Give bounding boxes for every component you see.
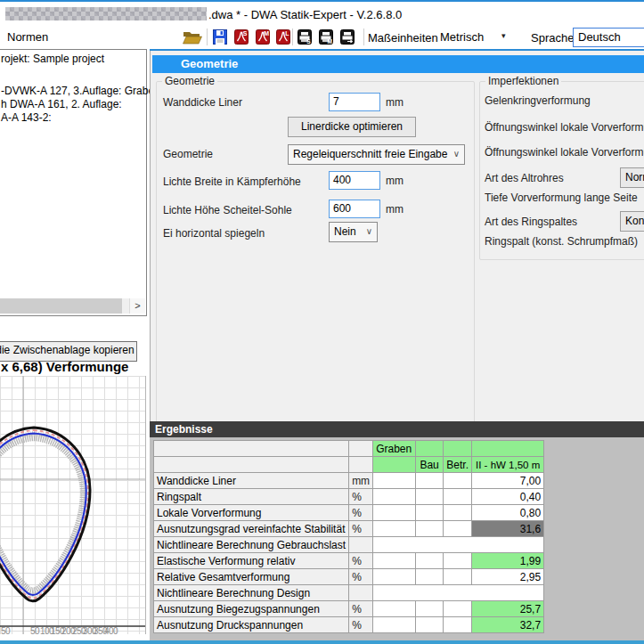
toolbar-separator [207,29,208,45]
row-unit [349,537,373,553]
altrohr-dropdown[interactable]: Norm [620,167,644,188]
chevron-down-icon[interactable]: ▾ [501,31,506,40]
breite-input[interactable]: 400 [329,171,380,190]
gelenkring-label: Gelenkringverformung [485,94,591,107]
print-s-icon[interactable]: S [297,29,312,45]
tree-item-project[interactable]: rojekt: Sample project [1,53,104,65]
menu-normen[interactable]: Normen [7,30,48,44]
print-s-letter: S [306,37,311,44]
cell-empty [373,585,544,601]
ringspalt-art-label: Art des Ringspaltes [485,216,577,228]
header-empty [154,441,349,457]
cell-empty [444,601,472,617]
row-unit: % [349,489,373,505]
x-tick: 50 [30,626,39,636]
save-icon[interactable] [212,29,227,45]
table-header-row-2: Bau Betr. II - hW 1,50 m [154,457,544,473]
print-direct-icon[interactable] [339,29,355,45]
tree-item-norm-3[interactable]: A-A 143-2: [1,111,52,124]
cell-empty [416,521,444,537]
title-bar: .dwa * - DWA Statik-Expert - V.2.6.8.0 [0,2,644,25]
spiegeln-label: Ei horizontal spiegeln [163,227,265,240]
table-row: Ausnutzung Druckspannungen % 32,7 [154,617,544,633]
language-label: Sprache [531,31,574,45]
ringspalt-dropdown[interactable]: Kons [620,211,644,232]
col-header-betr: Betr. [444,457,472,473]
x-tick: 400 [104,626,118,636]
open-folder-icon[interactable] [183,29,202,45]
cell-empty [373,505,416,521]
table-section-row: Nichtlineare Berechnung Design [154,585,544,601]
row-value: 7,00 [472,473,544,489]
row-label: Elastische Verformung relativ [154,553,349,569]
header-empty [349,441,373,457]
row-label: Ringspalt [154,489,349,505]
col-header-bau: Bau [416,457,444,473]
table-row: Wanddicke Liner mm 7,00 [154,473,544,489]
cell-empty [416,617,444,633]
row-unit: % [349,569,373,585]
wanddicke-input[interactable]: 7 [329,93,380,111]
row-label: Ausnutzung Biegezugspannungen [154,601,349,617]
print-m-icon[interactable]: M [318,29,333,45]
row-unit [349,585,373,601]
cell-empty [416,505,444,521]
header-empty [416,441,444,457]
header-empty [373,457,416,473]
scroll-right-icon[interactable]: > [129,298,145,314]
scrollbar-thumb[interactable] [0,298,122,314]
table-section-row: Nichtlineare Berechnung Gebrauchslast [154,537,544,553]
pdf-export-l-icon[interactable]: L [275,29,290,45]
geometry-group-label: Geometrie [162,75,217,87]
row-unit: mm [349,473,373,489]
row-value-stability: 31,6 [472,521,544,537]
table-row: Ringspalt % 0,40 [154,489,544,505]
header-empty [444,441,472,457]
row-unit: % [349,617,373,633]
hoehe-input[interactable]: 600 [329,200,380,218]
cell-empty [373,569,416,585]
units-label: Maßeinheiten [368,31,438,45]
hoehe-unit: mm [386,203,404,216]
row-value: 1,99 [472,553,544,569]
breite-label: Lichte Breite in Kämpferhöhe [163,175,301,188]
table-row: Elastische Verformung relativ % 1,99 [154,553,544,569]
tree-item-norm-2[interactable]: h DWA-A 161, 2. Auflage: [1,98,122,110]
cell-empty [444,521,472,537]
row-label: Wanddicke Liner [154,473,349,489]
geometry-panel: Geometrie Geometrie Wanddicke Liner 7 mm… [150,51,644,421]
window-title: .dwa * - DWA Statik-Expert - V.2.6.8.0 [208,8,402,21]
row-value: 25,7 [472,601,544,617]
col-group-graben: Graben [373,441,416,457]
toolbar-separator [363,29,364,45]
spiegeln-dropdown[interactable]: Nein ∨ [329,222,378,242]
section-label: Nichtlineare Berechnung Design [154,585,349,601]
cell-empty [444,569,472,585]
imperfections-group-label: Imperfektionen [485,75,561,87]
row-label: Relative Gesamtverformung [154,569,349,585]
geometrie-dropdown[interactable]: Regeleiquerschnitt freie Eingabe ∨ [288,144,465,165]
oeffnungswinkel-label-1: Öffnungswinkel lokale Vorverformung [485,121,644,134]
project-tree[interactable]: rojekt: Sample project -DVWK-A 127, 3.Au… [0,49,147,316]
geometrie-dropdown-value: Regeleiquerschnitt freie Eingabe [293,148,447,160]
section-label: Nichtlineare Berechnung Gebrauchslast [154,537,349,553]
results-header: Ergebnisse [150,421,644,437]
tree-item-norm-1[interactable]: -DVWK-A 127, 3.Auflage: Graber [1,85,158,97]
table-row: Ausnutzungsgrad vereinfachte Stabilität … [154,521,544,537]
chevron-down-icon: ∨ [366,223,372,240]
cell-empty [444,553,472,569]
panel-header: Geometrie [152,55,644,73]
cell-empty [373,617,416,633]
x-tick: 50 [1,626,10,636]
cell-empty [373,537,544,553]
pdf-export-m-icon[interactable]: M [255,29,270,45]
row-value: 32,7 [472,617,544,633]
language-combo[interactable]: Deutsch [573,28,644,47]
hoehe-label: Lichte Höhe Scheitel-Sohle [163,204,292,216]
pdf-l-letter: L [285,30,289,37]
horizontal-scrollbar[interactable]: > [0,298,144,314]
pdf-s-letter: S [242,30,247,37]
cell-empty [373,601,416,617]
optimize-liner-button[interactable]: Linerdicke optimieren [288,117,416,137]
pdf-export-s-icon[interactable]: S [233,29,249,45]
